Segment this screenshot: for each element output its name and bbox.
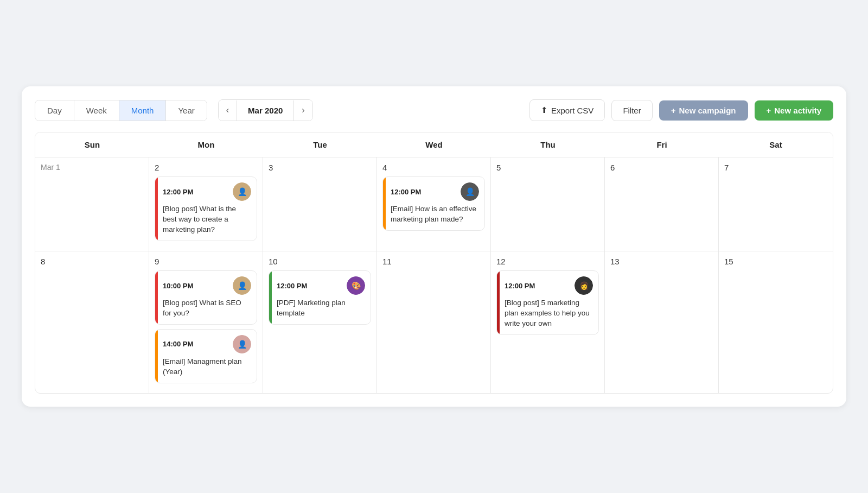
cell-mar10: 10 12:00 PM 🎨 [PDF] Marketing plan templ… <box>263 251 377 393</box>
view-year-button[interactable]: Year <box>166 100 206 121</box>
toolbar: Day Week Month Year ‹ Mar 2020 › ⬆ Expor… <box>35 99 833 121</box>
event-time: 10:00 PM <box>163 282 193 290</box>
day-number: 9 <box>155 257 257 266</box>
view-week-button[interactable]: Week <box>74 100 119 121</box>
cell-mar13: 13 <box>605 251 719 393</box>
new-activity-button[interactable]: + New activity <box>755 100 833 121</box>
event-card[interactable]: 12:00 PM 🎨 [PDF] Marketing plan template <box>269 270 371 325</box>
day-number: 5 <box>496 163 599 172</box>
event-title: [Email] How is an effective marketing pl… <box>391 204 479 225</box>
day-number: 15 <box>724 257 827 266</box>
next-month-button[interactable]: › <box>294 100 312 121</box>
view-day-button[interactable]: Day <box>35 100 74 121</box>
plus-icon-campaign: + <box>671 106 676 115</box>
event-card[interactable]: 12:00 PM 👤 [Blog post] What is the best … <box>155 176 257 241</box>
avatar-image: 🎨 <box>347 276 365 295</box>
avatar-image: 👤 <box>233 335 251 353</box>
event-title: [Email] Managment plan (Year) <box>163 357 251 377</box>
calendar-row-2: 8 9 10:00 PM 👤 [Blog post] What is SEO f… <box>35 251 833 393</box>
cell-mar5: 5 <box>491 157 605 251</box>
cell-mar8: 8 <box>35 251 149 393</box>
avatar: 👤 <box>461 182 479 201</box>
header-tue: Tue <box>263 132 377 157</box>
prev-month-button[interactable]: ‹ <box>219 100 237 121</box>
event-card[interactable]: 10:00 PM 👤 [Blog post] What is SEO for y… <box>155 270 257 325</box>
avatar: 👤 <box>233 182 251 201</box>
cell-mar3: 3 <box>263 157 377 251</box>
event-time: 14:00 PM <box>163 340 193 348</box>
avatar-image: 👤 <box>233 276 251 295</box>
avatar-image: 👤 <box>461 182 479 201</box>
calendar-body: Mar 1 2 12:00 PM 👤 [Blog post] What is t… <box>35 157 833 393</box>
day-number: 12 <box>496 257 599 266</box>
month-nav: ‹ Mar 2020 › <box>218 99 313 121</box>
day-number: 8 <box>41 257 143 266</box>
event-time: 12:00 PM <box>391 188 421 196</box>
cell-mar6: 6 <box>605 157 719 251</box>
calendar-header: Sun Mon Tue Wed Thu Fri Sat <box>35 132 833 157</box>
avatar: 👤 <box>233 335 251 353</box>
view-switcher: Day Week Month Year <box>35 100 207 121</box>
export-csv-button[interactable]: ⬆ Export CSV <box>529 99 605 121</box>
calendar: Sun Mon Tue Wed Thu Fri Sat Mar 1 2 <box>35 132 833 393</box>
cell-mar12: 12 12:00 PM 👩 [Blog post] 5 marketing pl… <box>491 251 605 393</box>
avatar: 👩 <box>575 276 593 295</box>
view-month-button[interactable]: Month <box>119 100 167 121</box>
event-time: 12:00 PM <box>163 188 193 196</box>
calendar-row-1: Mar 1 2 12:00 PM 👤 [Blog post] What is t… <box>35 157 833 251</box>
day-number: 7 <box>724 163 827 172</box>
event-card[interactable]: 12:00 PM 👤 [Email] How is an effective m… <box>382 176 485 231</box>
event-title: [Blog post] What is SEO for you? <box>163 298 251 319</box>
day-number: 11 <box>382 257 485 266</box>
cell-mar9: 9 10:00 PM 👤 [Blog post] What is SEO for… <box>149 251 263 393</box>
day-number: 4 <box>382 163 485 172</box>
event-title: [Blog post] What is the best way to crea… <box>163 204 251 235</box>
avatar: 🎨 <box>347 276 365 295</box>
event-card[interactable]: 12:00 PM 👩 [Blog post] 5 marketing plan … <box>496 270 599 335</box>
avatar-image: 👩 <box>575 276 593 295</box>
cell-mar11: 11 <box>377 251 491 393</box>
header-fri: Fri <box>605 132 719 157</box>
day-number: 2 <box>155 163 257 172</box>
new-campaign-button[interactable]: + New campaign <box>659 100 748 121</box>
event-title: [Blog post] 5 marketing plan examples to… <box>505 298 593 329</box>
event-time: 12:00 PM <box>505 282 535 290</box>
cell-mar4: 4 12:00 PM 👤 [Email] How is an effective… <box>377 157 491 251</box>
day-number: 3 <box>269 163 371 172</box>
main-container: Day Week Month Year ‹ Mar 2020 › ⬆ Expor… <box>22 86 846 406</box>
cell-mar7: 7 <box>719 157 833 251</box>
cell-mar1: Mar 1 <box>35 157 149 251</box>
plus-icon-activity: + <box>767 106 771 115</box>
event-card[interactable]: 14:00 PM 👤 [Email] Managment plan (Year) <box>155 329 257 383</box>
day-number: 13 <box>610 257 713 266</box>
avatar: 👤 <box>233 276 251 295</box>
cell-mar15: 15 <box>719 251 833 393</box>
header-sat: Sat <box>719 132 833 157</box>
day-number: 10 <box>269 257 371 266</box>
header-thu: Thu <box>491 132 605 157</box>
header-wed: Wed <box>377 132 491 157</box>
event-time: 12:00 PM <box>277 282 307 290</box>
filter-button[interactable]: Filter <box>611 100 652 121</box>
header-sun: Sun <box>35 132 149 157</box>
day-number: Mar 1 <box>41 163 143 172</box>
avatar-image: 👤 <box>233 182 251 201</box>
header-mon: Mon <box>149 132 263 157</box>
day-number: 6 <box>610 163 713 172</box>
export-icon: ⬆ <box>541 105 548 115</box>
event-title: [PDF] Marketing plan template <box>277 298 365 319</box>
cell-mar2: 2 12:00 PM 👤 [Blog post] What is the bes… <box>149 157 263 251</box>
current-month-label: Mar 2020 <box>237 100 294 121</box>
